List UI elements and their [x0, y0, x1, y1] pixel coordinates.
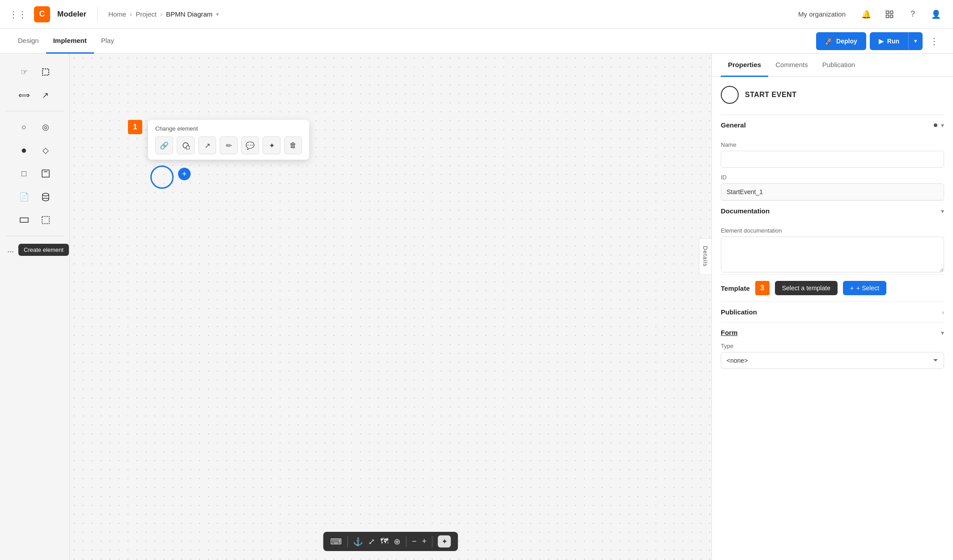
more-options-button[interactable]: ⋮: [926, 36, 942, 47]
breadcrumb: Home › Project › BPMN Diagram ▾: [108, 10, 219, 18]
user-profile-icon[interactable]: 👤: [928, 6, 944, 22]
documentation-section-title: Documentation: [721, 207, 770, 215]
general-section-body: Name ID: [721, 141, 944, 200]
tool-section-top: ☞ ⟺ ↗: [0, 59, 69, 108]
keyboard-shortcuts-icon[interactable]: ⌨: [330, 537, 342, 547]
grid-apps-icon[interactable]: ⋮⋮: [9, 9, 27, 20]
add-connection-button[interactable]: +: [178, 168, 191, 180]
run-button[interactable]: ▶ Run: [870, 32, 908, 50]
delete-action-button[interactable]: 🗑: [284, 136, 302, 154]
form-section-chevron-icon: ▾: [941, 329, 944, 336]
element-doc-textarea[interactable]: [721, 237, 944, 272]
hand-tool-button[interactable]: ☞: [14, 62, 34, 82]
element-type-icon: [721, 86, 739, 104]
tooltip-action-buttons: 🔗 ↗ ✏ 💬 ✦ 🗑: [155, 136, 302, 154]
tab-play[interactable]: Play: [94, 29, 121, 54]
svg-point-14: [186, 146, 190, 149]
bottom-sep-1: [347, 536, 348, 547]
connection-tool-icon[interactable]: ⚓: [353, 537, 363, 547]
step-badge-1: 1: [128, 120, 142, 134]
page-tool[interactable]: 📄: [14, 187, 34, 207]
breadcrumb-home[interactable]: Home: [108, 10, 126, 18]
dashed-rect-tool[interactable]: [36, 210, 55, 230]
bottom-toolbar: ⌨ ⚓ ⤢ 🗺 ⊕ − + ✦: [323, 532, 458, 551]
documentation-section-body: Element documentation: [721, 227, 944, 274]
ai-action-button[interactable]: ✦: [263, 136, 281, 154]
tab-properties[interactable]: Properties: [721, 54, 768, 77]
selection-tool-button[interactable]: [36, 62, 55, 82]
type-select-dropdown[interactable]: <none>: [721, 352, 944, 369]
create-element-label: Create element: [18, 244, 69, 256]
nav-divider: [97, 7, 98, 21]
left-sidebar: ☞ ⟺ ↗ ○ ◎ ● ◇ □: [0, 54, 70, 560]
name-field-input[interactable]: [721, 151, 944, 168]
select-confirm-button[interactable]: + + Select: [843, 281, 886, 295]
tool-section-shapes: ○ ◎ ● ◇ □ 📄: [0, 114, 69, 233]
general-section-title: General: [721, 121, 746, 129]
breadcrumb-diagram[interactable]: BPMN Diagram: [166, 10, 213, 18]
start-event-shape[interactable]: [150, 165, 174, 189]
tab-design[interactable]: Design: [11, 29, 46, 54]
ai-sparkle-button[interactable]: ✦: [438, 535, 451, 547]
comment-action-button[interactable]: 💬: [241, 136, 259, 154]
canvas-area[interactable]: 1 Change element 🔗 ↗ ✏ 💬 ✦ 🗑 +: [70, 54, 711, 560]
app-logo[interactable]: C: [34, 6, 50, 22]
svg-rect-2: [886, 15, 889, 17]
pen-action-button[interactable]: ✏: [220, 136, 238, 154]
notification-bell-icon[interactable]: 🔔: [858, 6, 874, 22]
type-field-label: Type: [721, 343, 944, 349]
diamond-tool[interactable]: ◇: [36, 140, 55, 160]
zoom-out-button[interactable]: −: [412, 537, 417, 546]
plus-icon: +: [850, 284, 854, 292]
pan-tool-button[interactable]: ⟺: [14, 85, 34, 105]
form-section-title: Form: [721, 329, 738, 336]
details-side-tab[interactable]: Details: [699, 238, 711, 274]
shape-action-button[interactable]: [177, 136, 195, 154]
tab-implement[interactable]: Implement: [46, 29, 94, 54]
documentation-section-chevron-icon: ▾: [941, 208, 944, 215]
navbar: ⋮⋮ C Modeler Home › Project › BPMN Diagr…: [0, 0, 953, 29]
horizontal-rect-tool[interactable]: [14, 210, 34, 230]
svg-rect-12: [42, 216, 49, 224]
general-section-dot: [934, 123, 937, 127]
general-section-header[interactable]: General ▾: [721, 115, 944, 135]
publication-label: Publication: [721, 308, 757, 316]
arrow-action-button[interactable]: ↗: [198, 136, 216, 154]
more-tools-button[interactable]: ...: [7, 245, 14, 255]
id-field-input[interactable]: [721, 183, 944, 200]
link-action-button[interactable]: 🔗: [155, 136, 173, 154]
rectangle-tool[interactable]: □: [14, 164, 34, 183]
breadcrumb-project[interactable]: Project: [136, 10, 157, 18]
circle-bold-tool[interactable]: ●: [14, 140, 34, 160]
documentation-section-header[interactable]: Documentation ▾: [721, 200, 944, 221]
expand-icon[interactable]: ⤢: [368, 537, 375, 547]
document-rect-tool[interactable]: [36, 164, 55, 183]
svg-point-10: [43, 198, 49, 201]
right-panel: Properties Comments Publication START EV…: [711, 54, 953, 560]
zoom-in-button[interactable]: +: [422, 537, 427, 546]
select-template-button[interactable]: Select a template: [775, 281, 838, 295]
circle-thick-tool[interactable]: ◎: [36, 117, 55, 137]
element-doc-label: Element documentation: [721, 227, 944, 234]
organization-grid-icon[interactable]: [881, 6, 898, 22]
publication-row[interactable]: Publication ›: [721, 301, 944, 322]
breadcrumb-chevron-icon[interactable]: ▾: [216, 11, 219, 17]
deploy-button[interactable]: 🚀 Deploy: [816, 32, 866, 50]
cylinder-tool[interactable]: [36, 187, 55, 207]
crosshair-icon[interactable]: ⊕: [394, 537, 400, 547]
arrow-tool-button[interactable]: ↗: [36, 85, 55, 105]
run-dropdown-chevron-icon[interactable]: ▾: [908, 32, 923, 50]
help-question-icon[interactable]: ?: [905, 6, 921, 22]
tool-separator-1: [5, 111, 64, 111]
template-row: Template 3 Select a template + + Select: [721, 274, 944, 301]
tab-comments[interactable]: Comments: [768, 54, 815, 77]
circle-outline-tool[interactable]: ○: [14, 117, 34, 137]
svg-rect-11: [20, 218, 28, 222]
app-name: Modeler: [57, 10, 86, 19]
org-name[interactable]: My organization: [798, 10, 846, 18]
map-icon[interactable]: 🗺: [380, 537, 388, 546]
svg-rect-1: [890, 11, 893, 13]
svg-rect-5: [42, 170, 49, 177]
form-section-header[interactable]: Form ▾: [721, 322, 944, 343]
tab-publication[interactable]: Publication: [815, 54, 862, 77]
